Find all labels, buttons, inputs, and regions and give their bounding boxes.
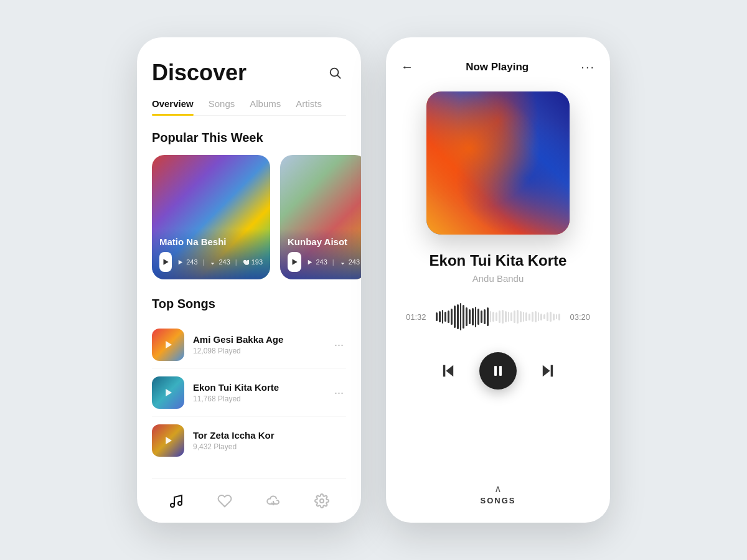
back-button[interactable]: ← [401, 60, 413, 74]
song-plays-3: 9,432 Played [193, 442, 346, 451]
total-time-label: 03:20 [568, 312, 590, 322]
waveform-bar-15 [481, 310, 482, 323]
waveform-bar-7 [457, 304, 459, 329]
waveform-bar-33 [535, 311, 537, 322]
waveform-bar-8 [460, 303, 462, 330]
song-thumb-3 [152, 424, 184, 457]
popular-card-1[interactable]: Matio Na Beshi 243 | 243 [152, 155, 270, 279]
playback-controls [401, 352, 595, 390]
bottom-nav [152, 478, 346, 523]
svg-marker-2 [164, 259, 169, 264]
nav-cloud-icon[interactable] [261, 488, 286, 513]
waveform-bar-1 [439, 311, 441, 322]
song-plays-1: 12,098 Played [193, 347, 323, 355]
svg-line-1 [337, 75, 341, 78]
album-art [426, 91, 570, 235]
card-stats-2: 243 | 243 [288, 252, 360, 272]
song-more-2[interactable]: ··· [332, 384, 346, 402]
now-playing-song-info: Ekon Tui Kita Korte Andu Bandu [401, 252, 595, 284]
waveform-bar-10 [466, 307, 467, 327]
waveform-bar-30 [525, 312, 527, 320]
nav-settings-icon[interactable] [309, 488, 334, 513]
waveform-bar-31 [529, 314, 530, 320]
waveform-bar-20 [496, 312, 497, 320]
waveform[interactable] [436, 301, 560, 332]
more-options-button[interactable]: ··· [581, 60, 595, 74]
tab-songs[interactable]: Songs [209, 98, 235, 115]
card-name-2: Kunbay Aisot [288, 236, 360, 247]
waveform-bar-41 [558, 314, 560, 320]
song-list: Ami Gesi Bakka Age 12,098 Played ··· Eko… [152, 321, 346, 478]
waveform-bar-3 [444, 312, 446, 321]
svg-point-0 [331, 68, 339, 77]
waveform-bar-37 [547, 312, 548, 320]
pause-button[interactable] [479, 352, 517, 390]
tab-bar: Overview Songs Albums Artists [152, 98, 346, 116]
tab-overview[interactable]: Overview [152, 98, 194, 115]
waveform-bar-0 [436, 312, 438, 320]
card-play-count-1: 243 [177, 258, 197, 266]
waveform-bar-5 [451, 309, 453, 325]
card-play-btn-2[interactable] [288, 252, 301, 272]
waveform-bar-12 [472, 308, 474, 326]
song-info-3: Tor Zeta Iccha Kor 9,432 Played [193, 430, 346, 451]
next-button[interactable] [539, 362, 557, 380]
song-item-2[interactable]: Ekon Tui Kita Korte 11,768 Played ··· [152, 369, 346, 417]
waveform-bar-29 [523, 312, 525, 321]
svg-marker-8 [166, 437, 172, 444]
waveform-bar-11 [469, 309, 471, 324]
svg-marker-5 [308, 259, 312, 264]
now-playing-song-name: Ekon Tui Kita Korte [401, 252, 595, 269]
song-thumb-2 [152, 376, 184, 409]
song-more-1[interactable]: ··· [332, 336, 346, 354]
songs-bottom-section[interactable]: ∧ SONGS [401, 483, 595, 523]
prev-button[interactable] [439, 362, 457, 380]
waveform-bar-18 [490, 311, 492, 322]
waveform-bar-34 [538, 312, 540, 320]
tab-albums[interactable]: Albums [250, 98, 281, 115]
waveform-bar-28 [520, 311, 522, 322]
card-download-count-1: 243 [209, 258, 230, 266]
svg-marker-4 [293, 259, 298, 264]
card-play-btn-1[interactable] [159, 252, 172, 272]
svg-marker-16 [543, 365, 550, 377]
svg-point-9 [171, 503, 174, 507]
song-plays-2: 11,768 Played [193, 394, 323, 403]
svg-marker-3 [179, 259, 182, 264]
popular-card-2[interactable]: Kunbay Aisot 243 | 243 [280, 155, 361, 279]
waveform-bar-24 [508, 312, 510, 321]
waveform-bar-13 [475, 307, 477, 327]
svg-rect-17 [551, 365, 553, 377]
waveform-bar-38 [550, 312, 552, 321]
waveform-bar-27 [517, 310, 519, 324]
song-thumb-1 [152, 329, 184, 361]
svg-rect-15 [499, 366, 502, 376]
tab-artists[interactable]: Artists [296, 98, 322, 115]
song-name-3: Tor Zeta Iccha Kor [193, 430, 346, 441]
song-item-3[interactable]: Tor Zeta Iccha Kor 9,432 Played [152, 417, 346, 464]
waveform-bar-22 [502, 310, 504, 324]
search-button[interactable] [324, 62, 346, 84]
song-info-1: Ami Gesi Bakka Age 12,098 Played [193, 334, 323, 355]
waveform-bar-14 [477, 309, 479, 325]
page-title: Discover [152, 60, 247, 86]
waveform-bar-17 [487, 307, 489, 327]
song-info-2: Ekon Tui Kita Korte 11,768 Played [193, 382, 323, 403]
svg-rect-14 [494, 366, 497, 376]
popular-cards-row: Matio Na Beshi 243 | 243 [152, 155, 346, 279]
waveform-bar-23 [505, 311, 507, 322]
song-item-1[interactable]: Ami Gesi Bakka Age 12,098 Played ··· [152, 321, 346, 369]
nav-heart-icon[interactable] [212, 488, 237, 513]
svg-marker-6 [166, 341, 172, 348]
songs-chevron-icon: ∧ [401, 483, 595, 495]
svg-point-10 [178, 502, 182, 505]
now-playing-title: Now Playing [466, 61, 529, 73]
card-like-count-1: 193 [242, 258, 263, 266]
current-time-label: 01:32 [406, 312, 428, 322]
popular-section-title: Popular This Week [152, 131, 346, 145]
waveform-bar-40 [556, 314, 558, 320]
nav-music-icon[interactable] [164, 488, 189, 513]
songs-bottom-label: SONGS [401, 496, 595, 505]
waveform-bar-19 [492, 312, 494, 321]
song-name-2: Ekon Tui Kita Korte [193, 382, 323, 393]
